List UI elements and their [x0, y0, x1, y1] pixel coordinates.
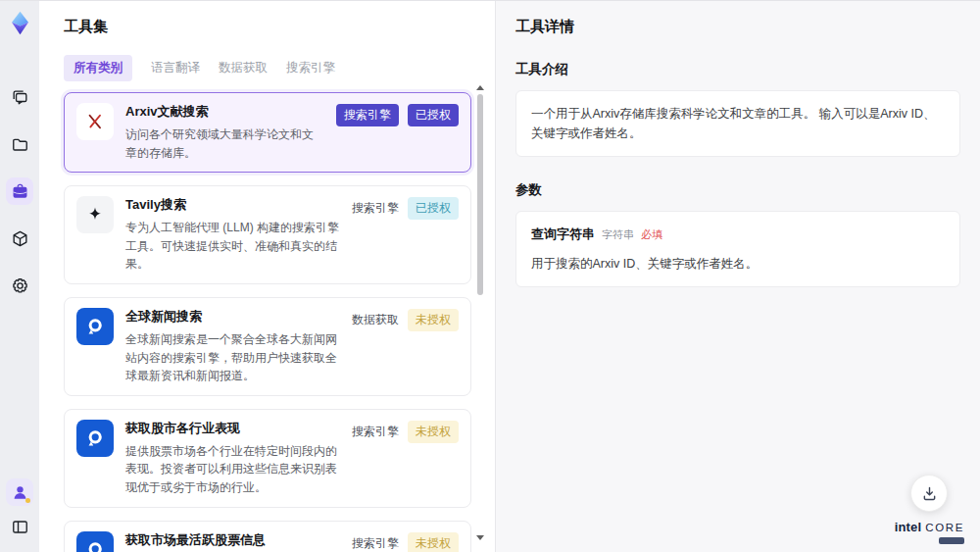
sidebar [0, 1, 39, 552]
sidebar-item-models[interactable] [6, 225, 33, 252]
enews-icon [76, 420, 114, 457]
sidebar-item-chat[interactable] [6, 83, 33, 111]
intel-core-logo: intelcore [895, 519, 964, 544]
gear-icon [11, 276, 29, 295]
sidebar-item-profile[interactable] [6, 478, 33, 506]
sidebar-bottom [6, 478, 33, 540]
enews-icon [76, 308, 114, 345]
app-window: 工具集 所有类别语言翻译数据获取搜索引擎 Arxiv文献搜索 访问各个研究领域大… [0, 0, 980, 552]
tool-description: 提供股票市场各个行业在特定时间段内的表现。投资者可以利用这些信息来识别表现优于或… [125, 442, 340, 497]
sidebar-item-collapse[interactable] [6, 513, 33, 540]
core-wordmark: core [925, 522, 964, 533]
tool-name: Tavily搜索 [125, 196, 340, 214]
intro-box: 一个用于从Arxiv存储库搜索科学论文和文章的工具。 输入可以是Arxiv ID… [515, 90, 960, 157]
auth-status-badge: 未授权 [408, 532, 459, 552]
tool-name: 获取股市各行业表现 [125, 420, 340, 437]
chat-icon [11, 88, 29, 107]
auth-status-badge: 已授权 [408, 104, 459, 126]
category-tag: 搜索引擎 [352, 421, 399, 443]
tools-panel: 工具集 所有类别语言翻译数据获取搜索引擎 Arxiv文献搜索 访问各个研究领域大… [39, 1, 495, 552]
detail-title: 工具详情 [515, 18, 960, 36]
sidebar-item-tools[interactable] [6, 177, 33, 205]
category-tag: 搜索引擎 [352, 197, 399, 220]
corner-widgets: intelcore [895, 475, 964, 544]
user-icon [11, 483, 29, 502]
tool-description: 访问各个研究领域大量科学论文和文章的存储库。 [125, 125, 324, 162]
enews-icon [76, 531, 114, 552]
intel-wordmark: intel [895, 520, 922, 534]
param-box: 查询字符串 字符串 必填 用于搜索的Arxiv ID、关键字或作者姓名。 [515, 211, 960, 287]
category-tag: 数据获取 [352, 309, 399, 331]
tool-card[interactable]: Arxiv文献搜索 访问各个研究领域大量科学论文和文章的存储库。 搜索引擎 已授… [64, 92, 471, 173]
tab-0[interactable]: 所有类别 [64, 55, 132, 81]
cube-icon [11, 229, 29, 248]
briefcase-icon [11, 182, 29, 201]
sidebar-item-files[interactable] [6, 130, 33, 158]
param-required-flag: 必填 [641, 226, 662, 244]
tool-card[interactable]: 获取市场最活跃股票信息 提供当天交易量最高的股票列表，投资者可以利用这些信息来识… [64, 521, 471, 552]
download-button[interactable] [910, 475, 948, 512]
download-icon [920, 484, 939, 503]
category-tabs: 所有类别语言翻译数据获取搜索引擎 [64, 55, 495, 81]
tool-name: 获取市场最活跃股票信息 [125, 531, 340, 549]
category-tag: 搜索引擎 [336, 104, 399, 126]
auth-status-badge: 已授权 [408, 197, 459, 220]
param-name: 查询字符串 [531, 225, 595, 245]
scrollbar[interactable] [475, 85, 485, 540]
page-title: 工具集 [64, 18, 495, 36]
tool-list: Arxiv文献搜索 访问各个研究领域大量科学论文和文章的存储库。 搜索引擎 已授… [64, 92, 471, 552]
sidebar-item-settings[interactable] [6, 272, 33, 299]
sidebar-nav [6, 83, 33, 299]
param-description: 用于搜索的Arxiv ID、关键字或作者姓名。 [531, 254, 945, 274]
auth-status-badge: 未授权 [408, 309, 459, 331]
tool-detail-panel: 工具详情 工具介绍 一个用于从Arxiv存储库搜索科学论文和文章的工具。 输入可… [495, 1, 980, 552]
auth-status-badge: 未授权 [408, 421, 459, 443]
arxiv-icon [76, 103, 114, 140]
folder-icon [11, 135, 29, 154]
tab-1[interactable]: 语言翻译 [151, 55, 200, 81]
intro-heading: 工具介绍 [515, 61, 960, 78]
sparkle-icon [76, 196, 114, 233]
tab-3[interactable]: 搜索引擎 [286, 55, 335, 81]
tool-description: 专为人工智能代理 (LLM) 构建的搜索引擎工具。可快速提供实时、准确和真实的结… [125, 219, 340, 274]
scrollbar-thumb[interactable] [477, 94, 483, 295]
tool-name: 全球新闻搜索 [125, 308, 340, 326]
category-tag: 搜索引擎 [352, 532, 399, 552]
tool-name: Arxiv文献搜索 [125, 103, 324, 121]
param-type: 字符串 [602, 226, 634, 244]
scroll-down-icon[interactable] [476, 535, 484, 540]
tool-description: 全球新闻搜索是一个聚合全球各大新闻网站内容的搜索引擎，帮助用户快速获取全球最新资… [125, 330, 340, 385]
tab-2[interactable]: 数据获取 [219, 55, 268, 81]
scroll-up-icon[interactable] [476, 85, 484, 90]
params-heading: 参数 [515, 181, 960, 199]
tool-card[interactable]: Tavily搜索 专为人工智能代理 (LLM) 构建的搜索引擎工具。可快速提供实… [64, 185, 471, 284]
panel-icon [11, 518, 29, 536]
tool-card[interactable]: 全球新闻搜索 全球新闻搜索是一个聚合全球各大新闻网站内容的搜索引擎，帮助用户快速… [64, 297, 471, 396]
app-logo-icon [7, 10, 33, 36]
tool-card[interactable]: 获取股市各行业表现 提供股票市场各个行业在特定时间段内的表现。投资者可以利用这些… [64, 409, 471, 508]
intel-badge [939, 537, 964, 544]
